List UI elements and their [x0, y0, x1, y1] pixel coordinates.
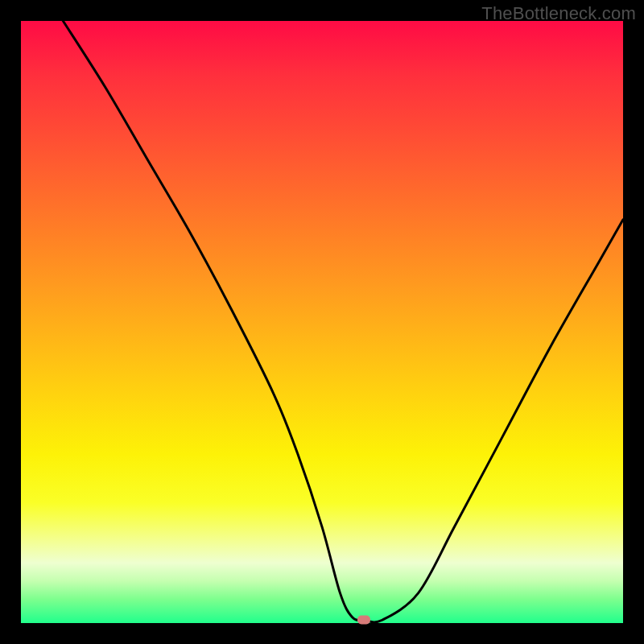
- minimum-marker: [357, 616, 370, 625]
- chart-frame: TheBottleneck.com: [0, 0, 644, 644]
- bottleneck-curve: [21, 21, 623, 623]
- watermark-text: TheBottleneck.com: [481, 3, 636, 24]
- plot-area: [21, 21, 623, 623]
